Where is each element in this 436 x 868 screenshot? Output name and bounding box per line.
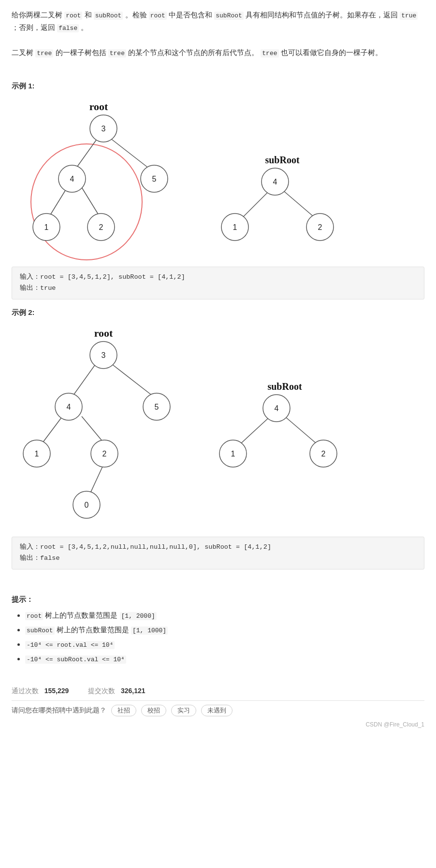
pass-label: 通过次数	[12, 687, 39, 695]
footer-brand: CSDN @Fire_Cloud_1	[12, 721, 424, 728]
e2-sub-edge-4-2	[285, 416, 319, 445]
tag-shixi[interactable]: 实习	[171, 705, 196, 716]
desc-line2: 二叉树 tree 的一棵子树包括 tree 的某个节点和这个节点的所有后代节点。…	[12, 46, 424, 59]
example2-output: 输出：false	[20, 553, 416, 564]
desc-line1: 给你两棵二叉树 root 和 subRoot 。检验 root 中是否包含和 s…	[12, 9, 424, 34]
example1-diagram: root 3 4 5 1 2 subRoot	[12, 96, 424, 260]
e2-node-root-0-label: 0	[85, 500, 89, 509]
node-sub-4-label: 4	[273, 177, 277, 185]
example1-input: 输入：root = [3,4,5,1,2], subRoot = [4,1,2]	[20, 272, 416, 283]
e2-edge-3-5	[111, 363, 154, 397]
e2-edge-3-4	[72, 363, 96, 397]
root-label-1: root	[89, 100, 108, 113]
tag-xiaozao[interactable]: 校招	[141, 705, 166, 716]
hint-item-2: subRoot 树上的节点数量范围是 [1, 1000]	[25, 623, 424, 637]
example1-title: 示例 1:	[12, 82, 424, 91]
hints-title: 提示：	[12, 595, 424, 604]
hints-section: 提示： root 树上的节点数量范围是 [1, 2000] subRoot 树上…	[12, 595, 424, 666]
node-root-4-label: 4	[70, 174, 74, 183]
hints-list: root 树上的节点数量范围是 [1, 2000] subRoot 树上的节点数…	[12, 608, 424, 666]
root-label-2: root	[94, 327, 113, 339]
tag-shezao[interactable]: 社招	[111, 705, 136, 716]
example1-output: 输出：true	[20, 283, 416, 294]
question-label: 请问您在哪类招聘中遇到此题？	[12, 706, 106, 715]
node-sub-2-label: 2	[318, 223, 322, 231]
example1-code: 输入：root = [3,4,5,1,2], subRoot = [4,1,2]…	[12, 267, 424, 299]
e2-node-root-5-label: 5	[155, 402, 159, 411]
subroot-label-2: subRoot	[267, 381, 302, 392]
submit-stat: 提交次数 326,121	[88, 687, 145, 696]
hint-item-1: root 树上的节点数量范围是 [1, 2000]	[25, 608, 424, 623]
e2-edge-2-0	[89, 465, 103, 496]
question-row: 请问您在哪类招聘中遇到此题？ 社招 校招 实习 未遇到	[12, 705, 424, 716]
node-sub-1-label: 1	[233, 223, 237, 231]
node-root-5-label: 5	[152, 174, 157, 183]
submit-label: 提交次数	[88, 687, 115, 695]
e2-node-root-3-label: 3	[102, 351, 106, 359]
edge-3-4	[74, 137, 99, 171]
example2-diagram: root 3 4 5 1 2 0 subRoot	[12, 322, 424, 530]
submit-value: 326,121	[121, 687, 145, 695]
example2-svg: root 3 4 5 1 2 0 subRoot	[12, 322, 369, 530]
description-block: 给你两棵二叉树 root 和 subRoot 。检验 root 中是否包含和 s…	[12, 9, 424, 59]
highlight-ellipse	[31, 144, 142, 260]
node-root-1-label: 1	[44, 223, 49, 231]
divider	[12, 700, 424, 701]
example2-title: 示例 2:	[12, 308, 424, 317]
pass-value: 155,229	[44, 687, 69, 695]
e2-node-sub-2-label: 2	[321, 449, 326, 457]
example2-code: 输入：root = [3,4,5,1,2,null,null,null,null…	[12, 537, 424, 569]
hint-item-3: -10⁴ <= root.val <= 10⁴	[25, 637, 424, 652]
footer-stats: 通过次数 155,229 提交次数 326,121	[12, 687, 424, 696]
hint-item-4: -10⁴ <= subRoot.val <= 10⁴	[25, 652, 424, 666]
node-root-3-label: 3	[102, 124, 106, 132]
e2-sub-edge-4-1	[239, 416, 270, 445]
sub-edge-4-1	[241, 190, 270, 219]
e2-node-sub-1-label: 1	[231, 449, 235, 457]
node-root-2-label: 2	[99, 223, 103, 231]
e2-edge-4-1	[41, 416, 62, 445]
e2-node-root-1-label: 1	[35, 449, 39, 457]
example2-input: 输入：root = [3,4,5,1,2,null,null,null,null…	[20, 542, 416, 553]
e2-node-root-4-label: 4	[67, 402, 71, 411]
e2-node-sub-4-label: 4	[275, 404, 279, 412]
subroot-label-1: subRoot	[265, 155, 299, 165]
tag-weiyudao[interactable]: 未遇到	[201, 705, 233, 716]
pass-stat: 通过次数 155,229	[12, 687, 69, 696]
example1-svg: root 3 4 5 1 2 subRoot	[12, 96, 369, 260]
sub-edge-4-2	[282, 190, 316, 219]
e2-node-root-2-label: 2	[102, 449, 107, 457]
